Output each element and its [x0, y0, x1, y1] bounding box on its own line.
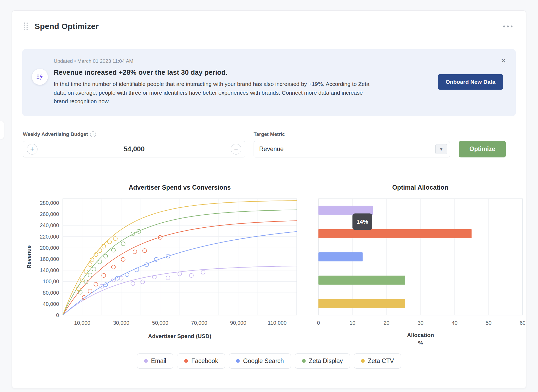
scatter-point-facebook[interactable]: [94, 282, 98, 286]
scatter-point-zeta-ctv[interactable]: [84, 270, 88, 274]
x-tick-label: 60: [520, 320, 525, 326]
decrement-button[interactable]: −: [231, 144, 241, 155]
allocation-bar-zeta-ctv[interactable]: [318, 299, 405, 308]
insight-banner: Updated • March 01 2023 11:04 AM Revenue…: [22, 49, 516, 116]
scatter-point-zeta-ctv[interactable]: [88, 262, 92, 266]
page: { "card": { "title": "Spend Optimizer" }…: [0, 0, 538, 392]
x-tick-label: 70,000: [191, 320, 207, 326]
insight-bolt-icon: [32, 69, 48, 85]
target-metric-block: Target Metric Revenue ▾: [254, 131, 450, 157]
scatter-point-email[interactable]: [201, 270, 205, 274]
allocation-bar-facebook[interactable]: [318, 229, 472, 238]
legend-pill-google-search[interactable]: Google Search: [229, 353, 291, 369]
scatter-point-email[interactable]: [190, 273, 194, 277]
allocation-bar-zeta-display[interactable]: [318, 276, 405, 285]
scatter-point-zeta-display[interactable]: [121, 242, 125, 246]
spend-vs-conversions-chart: Advertiser Spend vs Conversions 280,0002…: [23, 184, 305, 344]
y-tick-label: 240,000: [40, 222, 59, 228]
scatter-point-email[interactable]: [131, 281, 135, 285]
x-tick-label: 40: [452, 320, 457, 326]
legend-label: Zeta CTV: [368, 357, 394, 365]
controls-row: Weekly Advertising Budget i + − Target M…: [12, 131, 526, 157]
legend-label: Google Search: [243, 357, 284, 365]
spend-optimizer-widget: Spend Optimizer Updated • March 01 2023 …: [12, 10, 526, 388]
optimize-button[interactable]: Optimize: [459, 141, 506, 157]
scatter-point-facebook[interactable]: [102, 273, 106, 277]
channel-legend: EmailFacebookGoogle SearchZeta DisplayZe…: [12, 353, 526, 369]
budget-block: Weekly Advertising Budget i + −: [23, 131, 245, 157]
budget-input[interactable]: [37, 145, 231, 153]
legend-dot-icon: [361, 359, 365, 363]
y-axis-title: Revenue: [26, 245, 32, 269]
overflow-menu-button[interactable]: [501, 23, 515, 30]
widget-header: Spend Optimizer: [12, 11, 526, 42]
x-tick-label: 50: [486, 320, 491, 326]
scatter-point-zeta-display[interactable]: [92, 267, 96, 271]
x-axis-title: Advertiser Spend (USD): [148, 333, 211, 339]
scatter-point-facebook[interactable]: [121, 257, 125, 261]
widget-title: Spend Optimizer: [35, 22, 99, 31]
y-tick-label: 40,000: [43, 301, 59, 307]
scatter-point-facebook[interactable]: [143, 249, 147, 253]
drag-handle-icon[interactable]: [23, 22, 29, 31]
allocation-bar-plot: 010203040506014%Allocation%: [315, 195, 525, 344]
updated-timestamp: Updated • March 01 2023 11:04 AM: [54, 58, 370, 64]
budget-stepper: + −: [23, 141, 245, 157]
onboard-new-data-button[interactable]: Onboard New Data: [438, 74, 503, 90]
scatter-point-zeta-display[interactable]: [104, 254, 108, 258]
x-tick-label: 0: [317, 320, 320, 326]
legend-dot-icon: [236, 359, 240, 363]
legend-pill-zeta-display[interactable]: Zeta Display: [295, 353, 350, 369]
charts-row: Advertiser Spend vs Conversions 280,0002…: [12, 184, 526, 344]
insight-headline: Revenue increased +28% over the last 30 …: [54, 68, 370, 77]
x-tick-label: 30: [418, 320, 423, 326]
scatter-point-zeta-ctv[interactable]: [114, 236, 117, 240]
increment-button[interactable]: +: [27, 144, 37, 155]
insight-text: Updated • March 01 2023 11:04 AM Revenue…: [54, 58, 370, 106]
budget-label: Weekly Advertising Budget: [23, 131, 88, 137]
scatter-point-zeta-display[interactable]: [98, 260, 102, 264]
info-icon[interactable]: i: [90, 131, 96, 137]
allocation-bar-google-search[interactable]: [318, 252, 363, 261]
x-tick-label: 20: [384, 320, 389, 326]
target-metric-label: Target Metric: [254, 131, 285, 137]
x-tick-label: 10,000: [74, 320, 90, 326]
scatter-point-google-search[interactable]: [154, 257, 158, 261]
legend-pill-email[interactable]: Email: [137, 353, 174, 369]
scatter-chart-title: Advertiser Spend vs Conversions: [23, 184, 305, 191]
close-icon[interactable]: ✕: [499, 56, 508, 66]
scatter-point-zeta-display[interactable]: [111, 248, 115, 252]
x-tick-label: 30,000: [113, 320, 129, 326]
insight-body: In that time the number of identifiable …: [54, 80, 370, 106]
bar-tooltip-label: 14%: [356, 218, 368, 225]
legend-label: Email: [151, 357, 166, 365]
scatter-point-google-search[interactable]: [125, 273, 129, 277]
y-tick-label: 280,000: [40, 200, 59, 206]
scatter-point-email[interactable]: [166, 276, 170, 280]
scatter-point-email[interactable]: [141, 280, 145, 284]
scatter-point-facebook[interactable]: [88, 289, 92, 293]
y-tick-label: 160,000: [40, 256, 59, 262]
scatter-point-zeta-display[interactable]: [88, 273, 92, 277]
y-tick-label: 200,000: [40, 245, 59, 251]
section-divider: [23, 173, 515, 173]
x-tick-label: 50,000: [152, 320, 168, 326]
legend-pill-zeta-ctv[interactable]: Zeta CTV: [354, 353, 401, 369]
y-tick-label: 0: [56, 312, 59, 318]
y-tick-label: 220,000: [40, 233, 59, 239]
scatter-point-zeta-ctv[interactable]: [108, 240, 112, 244]
y-tick-label: 260,000: [40, 211, 59, 217]
legend-label: Facebook: [191, 357, 218, 365]
chevron-down-icon: ▾: [435, 144, 447, 154]
ellipsis-icon: [503, 26, 505, 27]
y-tick-label: 100,00: [43, 278, 59, 284]
scatter-point-facebook[interactable]: [133, 250, 137, 254]
y-tick-label: 140,000: [40, 267, 59, 273]
scatter-point-facebook[interactable]: [111, 265, 115, 269]
x-tick-label: 110,000: [268, 320, 287, 326]
x-tick-label: 10: [350, 320, 355, 326]
legend-pill-facebook[interactable]: Facebook: [177, 353, 225, 369]
target-metric-select[interactable]: Revenue ▾: [254, 141, 450, 157]
partial-left-panel: [0, 121, 4, 139]
legend-dot-icon: [302, 359, 306, 363]
